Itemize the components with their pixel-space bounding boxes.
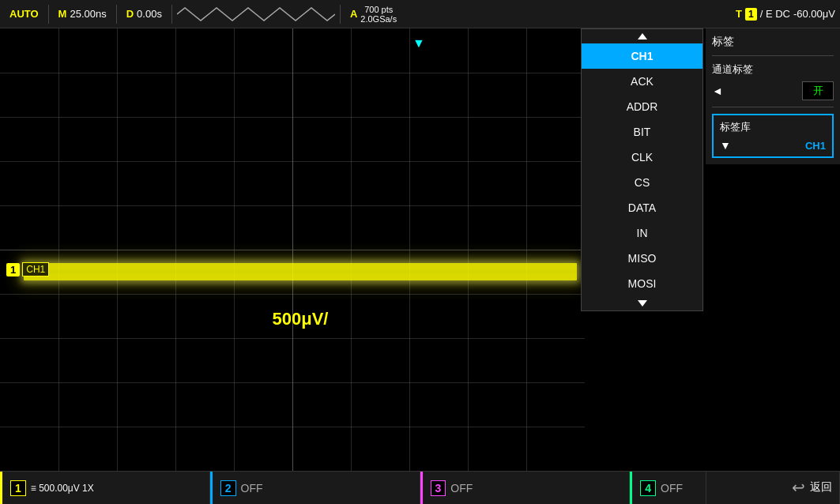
ch3-status-info: OFF: [450, 482, 473, 495]
divider-2: [116, 5, 117, 24]
ch1-status-number: 1: [10, 480, 26, 496]
ch1-label-group: 1 CH1: [6, 262, 49, 276]
lib-title: 标签库: [720, 120, 826, 134]
rp-divider-1: [712, 55, 834, 56]
grid-v-8: [409, 28, 410, 471]
right-panel: 标签 通道标签 ◄ 开 标签库 ▼ CH1: [706, 28, 840, 164]
dropdown-item-bit[interactable]: BIT: [582, 119, 703, 145]
dropdown-scroll-down[interactable]: [582, 296, 703, 310]
samplerate-value: 2.0GSa/s: [360, 14, 397, 24]
divider-3: [171, 5, 172, 24]
return-label: 返回: [810, 480, 832, 495]
ch2-status-number: 2: [220, 480, 236, 496]
waveform-preview: [177, 5, 335, 24]
trigger-t-label: T: [736, 8, 742, 20]
trigger-marker: ▼: [412, 36, 425, 51]
trigger-level-value: -60.00μV: [793, 8, 835, 20]
divider-1: [48, 5, 49, 24]
grid-v-9: [468, 28, 469, 471]
ch1-tag: CH1: [22, 262, 49, 276]
sample-section: A 700 pts 2.0GSa/s: [345, 3, 401, 25]
lib-arrow-icon[interactable]: ▼: [720, 139, 731, 152]
pts-value: 700 pts: [364, 5, 393, 14]
svg-marker-1: [638, 300, 647, 307]
dropdown-item-cs[interactable]: CS: [582, 170, 703, 195]
ch3-status[interactable]: 3 OFF: [420, 472, 631, 504]
dropdown-item-miso[interactable]: MISO: [582, 246, 703, 271]
grid-v-center: [292, 28, 293, 471]
ch2-status-info: OFF: [241, 482, 263, 495]
lib-box: 标签库 ▼ CH1: [712, 114, 834, 158]
ch1-status[interactable]: 1 ≡ 500.00μV 1X: [0, 472, 210, 504]
dropdown-scroll-up[interactable]: [582, 29, 703, 43]
trigger-mode-value: / E DC: [760, 8, 790, 20]
grid-v-10: [526, 28, 527, 471]
ch1-waveform-noise: [24, 269, 577, 274]
channel-tag-label: 通道标签: [712, 62, 834, 77]
timebase-value: 25.00ns: [70, 8, 106, 20]
waveform-preview-svg: [177, 5, 335, 24]
divider-4: [340, 5, 341, 24]
right-panel-title: 标签: [712, 35, 834, 49]
top-toolbar: AUTO M 25.00ns D 0.00s A 700 pts 2.0GSa/…: [0, 0, 840, 28]
delay-section: D 0.00s: [122, 6, 167, 21]
channel-tag-value: 开: [802, 81, 834, 100]
scroll-up-icon: [637, 32, 648, 40]
channel-tag-row[interactable]: ◄ 开: [712, 81, 834, 100]
grid-v-2: [117, 28, 118, 471]
ch3-status-number: 3: [431, 480, 446, 496]
trigger-ch-box: 1: [745, 8, 757, 21]
a-label: A: [350, 8, 357, 20]
return-icon: ↩: [792, 478, 805, 497]
rp-divider-2: [712, 107, 834, 107]
grid-v-1: [58, 28, 59, 471]
mode-indicator: AUTO: [5, 6, 43, 21]
return-area[interactable]: ↩ 返回: [706, 471, 840, 504]
dropdown-item-addr[interactable]: ADDR: [582, 94, 703, 119]
d-label: D: [126, 8, 134, 20]
dropdown-item-data[interactable]: DATA: [582, 195, 703, 220]
waveform-area: ▼ 1 CH1 500μV/: [0, 28, 585, 471]
grid-v-7: [351, 28, 352, 471]
channel-tag-arrow[interactable]: ◄: [712, 85, 723, 97]
ch2-status[interactable]: 2 OFF: [210, 472, 420, 504]
m-label: M: [58, 8, 67, 20]
ch1-number-badge: 1: [6, 263, 20, 276]
grid-v-3: [175, 28, 176, 471]
dropdown-item-mosi[interactable]: MOSI: [582, 271, 703, 296]
dropdown-item-clk[interactable]: CLK: [582, 145, 703, 170]
ch4-status-info: OFF: [661, 482, 683, 495]
ch1-status-info: ≡ 500.00μV 1X: [31, 483, 94, 494]
scroll-down-icon: [637, 299, 648, 307]
dropdown-item-ch1[interactable]: CH1: [582, 43, 703, 69]
scale-label: 500μV/: [273, 309, 329, 329]
dropdown-panel[interactable]: CH1 ACK ADDR BIT CLK CS DATA IN MISO MOS…: [581, 28, 703, 311]
timebase-section: M 25.00ns: [54, 6, 111, 21]
lib-row[interactable]: ▼ CH1: [720, 139, 826, 152]
mode-label: AUTO: [9, 8, 39, 20]
dropdown-item-ack[interactable]: ACK: [582, 69, 703, 94]
delay-value: 0.00s: [137, 8, 162, 20]
svg-marker-0: [638, 33, 647, 39]
ch4-status-number: 4: [640, 480, 656, 496]
trigger-section: T 1 / E DC -60.00μV: [736, 8, 835, 21]
grid-v-4: [234, 28, 235, 471]
dropdown-item-in[interactable]: IN: [582, 220, 703, 246]
lib-value: CH1: [805, 140, 826, 152]
bottom-bar: 1 ≡ 500.00μV 1X 2 OFF 3 OFF 4 OFF ↩ 返回: [0, 471, 840, 504]
